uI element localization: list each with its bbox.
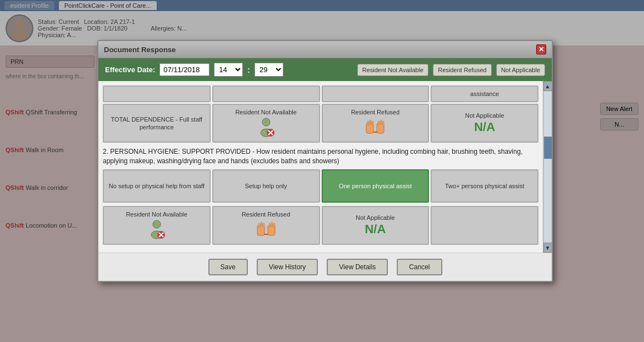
svg-rect-25 (263, 223, 264, 227)
scroll-thumb[interactable] (544, 137, 552, 159)
scroll-track[interactable] (544, 91, 552, 243)
resident-refused-header-btn[interactable]: Resident Refused (433, 64, 491, 76)
hands-icon-1 (364, 116, 386, 138)
effective-date-input[interactable] (159, 63, 209, 76)
person-x-icon-1 (255, 116, 277, 138)
time-colon: : (247, 66, 250, 74)
cell-not-available-1[interactable]: Resident Not Available (212, 104, 320, 143)
hands-icon-2 (255, 218, 277, 240)
svg-point-2 (262, 118, 270, 126)
svg-rect-26 (269, 223, 271, 227)
cell-total-dependence[interactable]: TOTAL DEPENDENCE - Full staff performanc… (103, 104, 211, 143)
svg-rect-13 (380, 120, 382, 124)
effective-date-label: Effective Date: (105, 66, 155, 74)
modal-scroll-content: assistance TOTAL DEPENDENCE - Full staff… (98, 81, 543, 253)
svg-rect-12 (378, 121, 380, 125)
section1-grid: TOTAL DEPENDENCE - Full staff performanc… (103, 104, 538, 143)
na-text-2: N/A (365, 222, 386, 238)
svg-rect-23 (258, 223, 260, 228)
cell-no-setup[interactable]: No setup or physical help from staff (103, 169, 211, 203)
modal-title-bar: Document Response ✕ (98, 41, 552, 58)
cell-one-person-assist[interactable]: One person physical assist (322, 169, 430, 203)
minute-select[interactable]: 29 30 (254, 63, 283, 77)
section2-description: 2. PERSONAL HYGIENE: SUPPORT PROVIDED - … (103, 147, 538, 166)
view-history-button[interactable]: View History (257, 259, 318, 275)
svg-rect-27 (271, 222, 273, 227)
cell-not-applicable-1[interactable]: Not Applicable N/A (431, 104, 538, 143)
section1-header-row: assistance (103, 86, 538, 102)
svg-point-16 (153, 220, 161, 228)
cell-not-applicable-2[interactable]: Not Applicable N/A (322, 206, 430, 245)
document-response-modal: Document Response ✕ Effective Date: 14 1… (97, 40, 553, 282)
cell-refused-1[interactable]: Resident Refused (322, 104, 430, 143)
person-x-icon-2 (146, 218, 168, 240)
section2-row2-grid: Resident Not Available Resident Refused (103, 206, 538, 245)
modal-title: Document Response (104, 46, 176, 54)
col2-header (212, 86, 320, 102)
col1-header (103, 86, 211, 102)
modal-footer: Save View History View Details Cancel (98, 253, 552, 281)
not-applicable-header-btn[interactable]: Not Applicable (496, 64, 545, 76)
svg-rect-24 (261, 222, 262, 227)
scroll-down-arrow[interactable]: ▼ (543, 243, 552, 253)
col4-header: assistance (431, 86, 538, 102)
modal-close-button[interactable]: ✕ (536, 44, 546, 54)
cell-not-available-2[interactable]: Resident Not Available (103, 206, 211, 245)
save-button[interactable]: Save (208, 259, 248, 275)
na-text-1: N/A (474, 119, 495, 135)
modal-body: assistance TOTAL DEPENDENCE - Full staff… (98, 81, 552, 253)
cell-two-person-assist[interactable]: Two+ persons physical assist (431, 169, 538, 203)
svg-rect-28 (273, 223, 275, 228)
modal-scrollbar: ▲ ▼ (543, 81, 552, 253)
resident-not-available-header-btn[interactable]: Resident Not Available (357, 64, 428, 76)
modal-header: Effective Date: 14 15 : 29 30 Resident N… (98, 58, 552, 81)
scroll-up-arrow[interactable]: ▲ (543, 81, 552, 91)
svg-rect-10 (370, 120, 371, 124)
svg-rect-14 (382, 121, 384, 125)
cell-refused-2[interactable]: Resident Refused (212, 206, 320, 245)
hour-select[interactable]: 14 15 (214, 63, 243, 77)
svg-rect-11 (372, 121, 373, 125)
cell-setup-only[interactable]: Setup help only (212, 169, 320, 203)
cell-empty (431, 206, 538, 245)
col3-header (322, 86, 430, 102)
section2-row1-grid: No setup or physical help from staff Set… (103, 169, 538, 203)
svg-rect-9 (367, 121, 369, 125)
view-details-button[interactable]: View Details (327, 259, 388, 275)
cancel-button[interactable]: Cancel (397, 259, 442, 275)
